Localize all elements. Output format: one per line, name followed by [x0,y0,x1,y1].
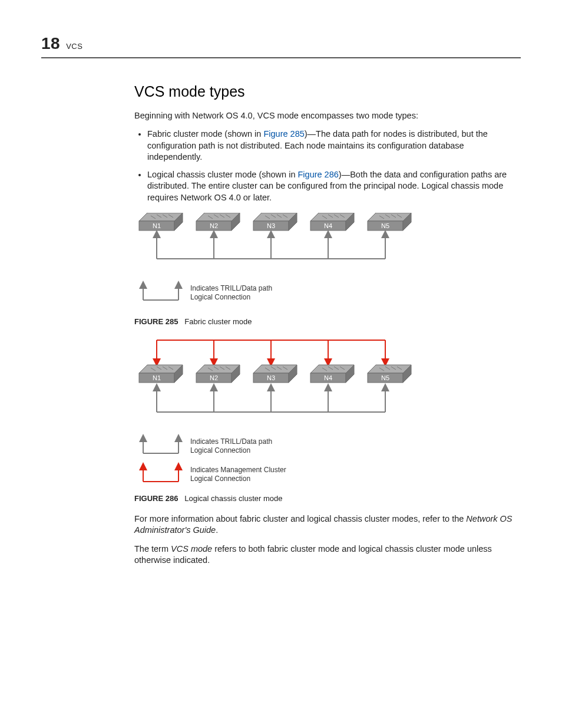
legend-text: Logical Connection [190,293,250,301]
figure-label: FIGURE 286 [134,494,178,503]
chapter-number: 18 [41,32,60,55]
figure-286: N1 N2 N3 N4 N5 [134,337,521,504]
figure-caption-text: Fabric cluster mode [184,317,252,326]
legend-text: Logical Connection [190,446,250,454]
figure-link[interactable]: Figure 286 [297,170,338,179]
body-paragraph: For more information about fabric cluste… [134,513,521,536]
list-text: Logical chassis cluster mode (shown in [147,170,297,179]
node-label: N2 [210,222,218,229]
figure-caption-text: Logical chassis cluster mode [184,494,282,503]
mode-types-list: Fabric cluster mode (shown in Figure 285… [134,129,521,203]
node-label: N4 [324,374,332,381]
list-item: Logical chassis cluster mode (shown in F… [147,169,521,204]
node-label: N3 [267,222,275,229]
node-label: N1 [153,222,161,229]
node-label: N5 [381,374,389,381]
legend-text: Indicates TRILL/Data path [190,437,272,446]
node-label: N3 [267,374,275,381]
node-label: N1 [153,374,161,381]
figure-label: FIGURE 285 [134,317,178,326]
node-label: N2 [210,374,218,381]
diagram-fabric-cluster: N1 N2 N3 N4 N5 [134,213,417,313]
node-label: N4 [324,222,332,229]
page-header: 18 VCS [41,32,521,58]
legend-text: Indicates TRILL/Data path [190,284,272,292]
list-item: Fabric cluster mode (shown in Figure 285… [147,129,521,163]
legend-text: Indicates Management Cluster [190,466,286,474]
content-area: VCS mode types Beginning with Network OS… [134,82,521,566]
figure-caption: FIGURE 285 Fabric cluster mode [134,317,521,327]
section-heading: VCS mode types [134,82,521,102]
figure-link[interactable]: Figure 285 [263,129,304,139]
chapter-title: VCS [66,41,82,52]
node-label: N5 [381,222,389,229]
legend-text: Logical Connection [190,475,250,483]
figure-285: N1 N2 N3 N4 N5 [134,213,521,327]
figure-caption: FIGURE 286 Logical chassis cluster mode [134,493,521,504]
intro-paragraph: Beginning with Network OS 4.0, VCS mode … [134,110,521,122]
diagram-logical-chassis: N1 N2 N3 N4 N5 [134,337,417,490]
term: VCS mode [171,544,212,554]
body-paragraph: The term VCS mode refers to both fabric … [134,543,521,566]
list-text: Fabric cluster mode (shown in [147,129,263,139]
